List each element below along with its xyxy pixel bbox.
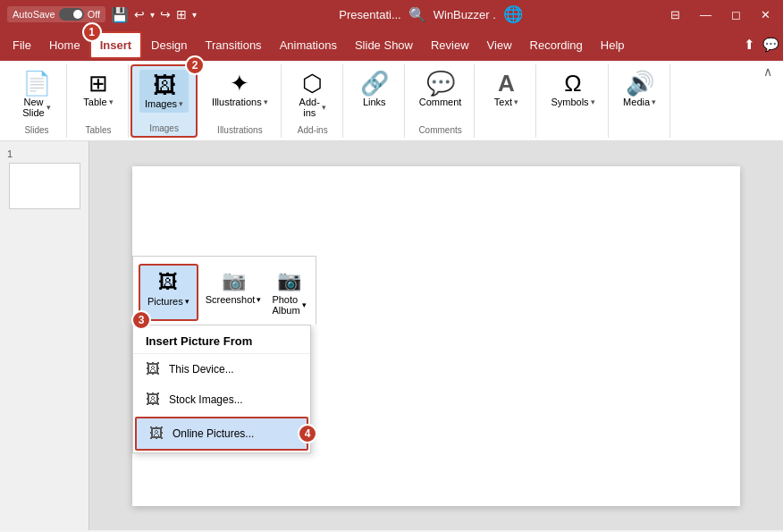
menu-file[interactable]: File	[4, 33, 40, 57]
images-arrow[interactable]: ▾	[179, 99, 183, 108]
table-arrow[interactable]: ▾	[109, 97, 114, 106]
online-pictures-item[interactable]: 🖼 Online Pictures... 4	[135, 417, 308, 451]
undo-icon[interactable]: ↩	[134, 7, 145, 21]
menu-transitions[interactable]: Transitions	[197, 33, 271, 57]
text-button[interactable]: A Text ▾	[484, 68, 528, 111]
tables-items: ⊞ Table ▾	[76, 68, 121, 122]
titlebar: AutoSave Off 💾 ↩ ▾ ↪ ⊞ ▾ Presentati... 🔍…	[0, 0, 783, 29]
main-area: 1 🖼 Pictures ▾ 3 📷 Screenshot ▾	[0, 141, 783, 530]
symbols-items: Ω Symbols ▾	[545, 68, 600, 131]
close-btn[interactable]: ✕	[755, 6, 776, 23]
addins-button[interactable]: ⬡ Add-ins ▾	[290, 68, 335, 122]
ribbon-group-tables: ⊞ Table ▾ Tables	[69, 64, 129, 138]
text-items: A Text ▾	[484, 68, 528, 131]
photo-album-button[interactable]: 📷 PhotoAlbum ▾	[268, 264, 309, 321]
menu-review[interactable]: Review	[422, 33, 478, 57]
customize-icon[interactable]: ⊞	[176, 7, 187, 21]
comments-icon[interactable]: 💬	[762, 37, 779, 53]
share-icon[interactable]: ⬆	[744, 37, 755, 53]
text-arrow[interactable]: ▾	[514, 97, 518, 106]
comment-button[interactable]: 💬 Comment	[414, 68, 467, 111]
stock-images-item[interactable]: 🖼 Stock Images...	[133, 384, 310, 415]
illustrations-button[interactable]: ✦ Illustrations ▾	[206, 68, 274, 111]
images-icon: 🖼	[153, 73, 176, 97]
addins-label: Add-ins	[299, 97, 320, 118]
images-label: Images	[145, 98, 177, 109]
media-label: Media	[623, 97, 650, 107]
menu-insert[interactable]: Insert 1	[89, 31, 142, 59]
comment-label: Comment	[419, 97, 462, 107]
search-icon[interactable]: 🔍	[408, 6, 426, 23]
this-device-label: This Device...	[169, 363, 234, 376]
minimize-btn[interactable]: —	[695, 6, 717, 23]
symbols-arrow[interactable]: ▾	[591, 97, 595, 106]
menu-view[interactable]: View	[478, 33, 521, 57]
app-name: WinBuzzer .	[434, 8, 496, 21]
illustrations-items: ✦ Illustrations ▾	[206, 68, 274, 122]
symbols-label: Symbols	[551, 97, 588, 107]
menu-design[interactable]: Design	[142, 33, 196, 57]
annotation-1: 1	[82, 22, 102, 42]
screenshot-button[interactable]: 📷 Screenshot ▾	[202, 264, 265, 321]
titlebar-center: Presentati... 🔍 WinBuzzer . 🌐	[197, 4, 665, 24]
screenshot-label: Screenshot	[206, 294, 256, 305]
restore-btn[interactable]: ⊟	[665, 6, 686, 23]
pictures-button[interactable]: 🖼 Pictures ▾ 3	[139, 264, 198, 321]
insert-picture-menu: Insert Picture From 🖼 This Device... 🖼 S…	[132, 325, 311, 453]
autosave-toggle[interactable]	[59, 8, 84, 21]
links-button[interactable]: 🔗 Links	[352, 68, 397, 111]
images-dropdown: 🖼 Pictures ▾ 3 📷 Screenshot ▾ 📷 Phot	[132, 256, 316, 453]
comment-icon: 💬	[426, 72, 455, 95]
links-icon: 🔗	[360, 72, 389, 95]
new-slide-button[interactable]: 📄 NewSlide ▾	[14, 68, 59, 122]
undo-arrow: ▾	[150, 10, 155, 20]
new-slide-label: NewSlide	[22, 97, 44, 118]
ribbon-collapse[interactable]: ∧	[763, 64, 776, 79]
stock-images-icon: 🖼	[146, 392, 160, 408]
menu-slideshow[interactable]: Slide Show	[346, 33, 422, 57]
addins-group-label: Add-ins	[298, 122, 328, 138]
menu-recording[interactable]: Recording	[521, 33, 592, 57]
pictures-arrow[interactable]: ▾	[185, 297, 189, 306]
screenshot-arrow[interactable]: ▾	[257, 295, 261, 304]
table-icon: ⊞	[88, 72, 108, 95]
new-slide-arrow[interactable]: ▾	[46, 103, 51, 112]
addins-icon: ⬡	[302, 72, 323, 95]
autosave-state: Off	[88, 9, 100, 20]
tables-group-label: Tables	[86, 122, 112, 138]
menu-help[interactable]: Help	[592, 33, 634, 57]
annotation-3: 3	[131, 310, 151, 330]
titlebar-right: ⊟ — ◻ ✕	[665, 6, 776, 23]
symbols-icon: Ω	[564, 72, 581, 95]
media-items: 🔊 Media ▾	[618, 68, 662, 131]
menubar: File Home Insert 1 Design Transitions An…	[0, 29, 783, 61]
ribbon-group-symbols: Ω Symbols ▾	[538, 64, 608, 138]
images-items: 🖼 Images ▾	[139, 70, 189, 120]
menubar-actions: ⬆ 💬	[744, 37, 779, 53]
media-icon: 🔊	[626, 72, 654, 95]
table-button[interactable]: ⊞ Table ▾	[76, 68, 121, 111]
symbols-button[interactable]: Ω Symbols ▾	[545, 68, 600, 111]
media-arrow[interactable]: ▾	[652, 97, 656, 106]
illustrations-arrow[interactable]: ▾	[264, 97, 268, 106]
menu-animations[interactable]: Animations	[271, 33, 346, 57]
addins-items: ⬡ Add-ins ▾	[290, 68, 335, 122]
media-button[interactable]: 🔊 Media ▾	[618, 68, 662, 111]
images-button[interactable]: 🖼 Images ▾	[139, 70, 189, 113]
ribbon-group-illustrations: ✦ Illustrations ▾ Illustrations	[199, 64, 282, 138]
ribbon-group-addins: ⬡ Add-ins ▾ Add-ins	[283, 64, 343, 138]
slides-group-label: Slides	[24, 122, 48, 138]
ribbon: 📄 NewSlide ▾ Slides ⊞ Table ▾ Tables	[0, 61, 783, 141]
addins-arrow[interactable]: ▾	[322, 103, 326, 112]
save-icon[interactable]: 💾	[111, 6, 129, 23]
photo-album-arrow[interactable]: ▾	[302, 300, 307, 309]
maximize-btn[interactable]: ◻	[726, 6, 746, 23]
menu-home[interactable]: Home	[40, 33, 89, 57]
this-device-item[interactable]: 🖼 This Device...	[133, 354, 310, 384]
table-label: Table	[83, 97, 106, 107]
images-group-label: Images	[149, 120, 179, 136]
slide-number: 1	[4, 148, 85, 159]
redo-icon[interactable]: ↪	[160, 7, 171, 21]
slide-thumbnail[interactable]	[9, 163, 80, 209]
illustrations-label: Illustrations	[212, 97, 262, 107]
